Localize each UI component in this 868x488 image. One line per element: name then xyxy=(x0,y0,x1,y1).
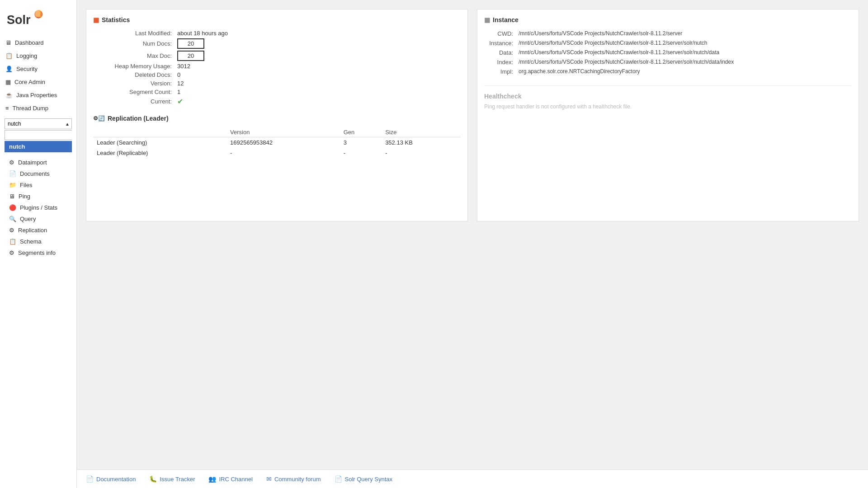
current-checkmark: ✔ xyxy=(177,98,183,105)
healthcheck-title: Healthcheck xyxy=(484,93,852,100)
data-row: Data: /mnt/c/Users/fortu/VSCode Projects… xyxy=(484,48,852,57)
statistics-section: ▦ Statistics Last Modified: about 18 hou… xyxy=(93,16,461,107)
instance-row: Instance: /mnt/c/Users/fortu/VSCode Proj… xyxy=(484,38,852,48)
segments-info-icon: ⚙ xyxy=(9,249,14,256)
core-admin-icon: ▦ xyxy=(5,79,11,85)
footer: 📄 Documentation 🐛 Issue Tracker 👥 IRC Ch… xyxy=(77,469,868,488)
solr-logo: Solr xyxy=(7,7,47,32)
core-select-arrow: ▲ xyxy=(65,122,70,127)
instance-section: ▦ Instance CWD: /mnt/c/Users/fortu/VSCod… xyxy=(484,16,852,76)
content-panels: ▦ Statistics Last Modified: about 18 hou… xyxy=(86,9,859,221)
segment-count-row: Segment Count: 1 xyxy=(93,88,461,96)
solr-query-syntax-icon: 📄 xyxy=(335,475,342,483)
statistics-table: Last Modified: about 18 hours ago Num Do… xyxy=(93,29,461,107)
footer-link-community-forum[interactable]: ✉ Community forum xyxy=(266,475,321,483)
community-forum-icon: ✉ xyxy=(266,475,272,483)
dashboard-icon: 🖥 xyxy=(5,39,11,46)
last-modified-row: Last Modified: about 18 hours ago xyxy=(93,29,461,38)
sub-nav-item-ping[interactable]: 🖥 Ping xyxy=(0,191,76,202)
main-content: ▦ Statistics Last Modified: about 18 hou… xyxy=(77,0,868,488)
impl-row: Impl: org.apache.solr.core.NRTCachingDir… xyxy=(484,67,852,76)
files-icon: 📁 xyxy=(9,182,16,188)
replication-row-replicable: Leader (Replicable) - - - xyxy=(93,148,461,158)
security-icon: 👤 xyxy=(5,66,13,72)
sub-nav-item-segments-info[interactable]: ⚙ Segments info xyxy=(0,247,76,258)
statistics-icon: ▦ xyxy=(93,16,99,23)
footer-link-solr-query-syntax[interactable]: 📄 Solr Query Syntax xyxy=(335,475,393,483)
right-panel: ▦ Instance CWD: /mnt/c/Users/fortu/VSCod… xyxy=(477,9,859,221)
sub-nav-item-plugins-stats[interactable]: 🔴 Plugins / Stats xyxy=(0,202,76,213)
core-select[interactable]: nutch xyxy=(5,118,72,129)
replication-header-row: Version Gen Size xyxy=(93,127,461,137)
current-row: Current: ✔ xyxy=(93,96,461,107)
ping-icon: 🖥 xyxy=(9,193,15,200)
nav-item-dashboard[interactable]: 🖥 Dashboard xyxy=(0,36,76,49)
sub-nav-item-dataimport[interactable]: ⚙ Dataimport xyxy=(0,157,76,168)
issue-tracker-icon: 🐛 xyxy=(149,475,157,483)
documentation-icon: 📄 xyxy=(86,475,94,483)
deleted-docs-row: Deleted Docs: 0 xyxy=(93,70,461,79)
nav-item-java-properties[interactable]: ☕ Java Properties xyxy=(0,89,76,102)
index-row: Index: /mnt/c/Users/fortu/VSCode Project… xyxy=(484,57,852,67)
core-selected-nutch[interactable]: nutch xyxy=(5,141,72,152)
irc-channel-icon: 👥 xyxy=(208,475,216,483)
sidebar: Solr 🖥 Dashboard 📋 Logging 👤 Security ▦ xyxy=(0,0,77,488)
core-search-input[interactable] xyxy=(5,131,77,140)
replication-row-searching: Leader (Searching) 1692565953842 3 352.1… xyxy=(93,137,461,148)
thread-dump-icon: ≡ xyxy=(5,105,9,112)
footer-link-documentation[interactable]: 📄 Documentation xyxy=(86,475,136,483)
nav-item-logging[interactable]: 📋 Logging xyxy=(0,49,76,62)
java-properties-icon: ☕ xyxy=(5,92,13,99)
sub-nav-item-query[interactable]: 🔍 Query xyxy=(0,213,76,225)
replication-table: Version Gen Size Leader (Searching) 1692… xyxy=(93,127,461,158)
healthcheck-section: Healthcheck Ping request handler is not … xyxy=(484,85,852,110)
sub-nav-item-files[interactable]: 📁 Files xyxy=(0,179,76,191)
cwd-row: CWD: /mnt/c/Users/fortu/VSCode Projects/… xyxy=(484,29,852,38)
footer-link-irc-channel[interactable]: 👥 IRC Channel xyxy=(208,475,252,483)
sub-nav-item-documents[interactable]: 📄 Documents xyxy=(0,168,76,179)
plugins-stats-icon: 🔴 xyxy=(9,204,16,211)
left-panel: ▦ Statistics Last Modified: about 18 hou… xyxy=(86,9,468,221)
schema-icon: 📋 xyxy=(9,238,16,245)
version-row: Version: 12 xyxy=(93,79,461,88)
replication-title: ⚙🔄 Replication (Leader) xyxy=(93,115,461,122)
instance-icon: ▦ xyxy=(484,16,490,23)
sub-nav-item-schema[interactable]: 📋 Schema xyxy=(0,236,76,247)
core-selector-wrapper: nutch ▲ xyxy=(5,118,72,129)
statistics-title: ▦ Statistics xyxy=(93,16,461,23)
core-selector-area: nutch ▲ 🔍 nutch xyxy=(0,115,76,157)
replication-icon: ⚙ xyxy=(9,227,14,234)
nav-item-thread-dump[interactable]: ≡ Thread Dump xyxy=(0,102,76,115)
nav-item-core-admin[interactable]: ▦ Core Admin xyxy=(0,75,76,89)
nav-item-security[interactable]: 👤 Security xyxy=(0,62,76,75)
query-icon: 🔍 xyxy=(9,216,16,222)
replication-title-icon: ⚙🔄 xyxy=(93,115,105,122)
heap-memory-row: Heap Memory Usage: 3012 xyxy=(93,62,461,70)
sub-nav-item-replication[interactable]: ⚙ Replication xyxy=(0,225,76,236)
footer-link-issue-tracker[interactable]: 🐛 Issue Tracker xyxy=(149,475,195,483)
max-doc-row: Max Doc: 20 xyxy=(93,50,461,62)
core-search-row: 🔍 xyxy=(5,130,72,140)
instance-table: CWD: /mnt/c/Users/fortu/VSCode Projects/… xyxy=(484,29,852,76)
logging-icon: 📋 xyxy=(5,52,13,59)
instance-title: ▦ Instance xyxy=(484,16,852,23)
documents-icon: 📄 xyxy=(9,170,16,177)
dataimport-icon: ⚙ xyxy=(9,159,14,166)
replication-section: ⚙🔄 Replication (Leader) Version Gen Size xyxy=(93,115,461,158)
num-docs-value: 20 xyxy=(177,38,204,49)
svg-text:Solr: Solr xyxy=(7,13,31,27)
num-docs-row: Num Docs: 20 xyxy=(93,38,461,50)
logo-area: Solr xyxy=(0,0,76,36)
healthcheck-message: Ping request handler is not configured w… xyxy=(484,103,852,110)
max-doc-value: 20 xyxy=(177,51,204,61)
